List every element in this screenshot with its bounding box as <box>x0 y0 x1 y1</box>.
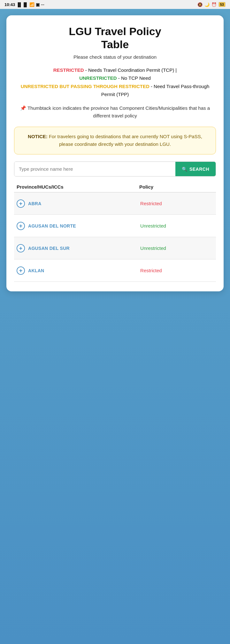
notice-text: For travelers going to destinations that… <box>48 134 202 147</box>
expand-button[interactable]: + <box>17 244 25 252</box>
battery-badge: 53 <box>218 2 226 7</box>
legend-block: RESTRICTED - Needs Travel Coordination P… <box>14 66 216 99</box>
status-bar: 10:43 ▐▌▐▌ 📶 ▣ ··· 🔕 🌙 ⏰ 53 <box>0 0 230 9</box>
mute-icon: 🔕 <box>197 2 203 7</box>
col-header-province: Province/HUCs/ICCs <box>14 184 139 190</box>
table-row: + ABRA Restricted <box>14 192 216 215</box>
province-name: AKLAN <box>28 268 44 273</box>
expand-button[interactable]: + <box>17 199 25 208</box>
province-table: Province/HUCs/ICCs Policy + ABRA Restric… <box>14 184 216 282</box>
search-row: 🔍 SEARCH <box>14 161 216 176</box>
unrestricted-desc: - No TCP Need <box>117 75 151 81</box>
notification-icon: ▣ <box>36 2 40 7</box>
more-icon: ··· <box>41 2 44 7</box>
alarm-icon: ⏰ <box>211 2 217 7</box>
search-button[interactable]: 🔍 SEARCH <box>175 162 216 176</box>
time-display: 10:43 <box>4 2 15 7</box>
col-header-policy: Policy <box>139 184 216 190</box>
policy-cell: Restricted <box>140 264 216 277</box>
policy-cell: Unrestricted <box>140 219 216 232</box>
search-button-label: SEARCH <box>189 167 209 172</box>
page-subtitle: Please check status of your destination <box>14 54 216 60</box>
province-name: AGUSAN DEL NORTE <box>28 223 76 228</box>
table-body: + ABRA Restricted + AGUSAN DEL NORTE Unr… <box>14 192 216 282</box>
restricted-desc: - Needs Travel Coordination Permit (TCP)… <box>84 67 177 73</box>
policy-cell: Restricted <box>140 197 216 210</box>
status-right: 🔕 🌙 ⏰ 53 <box>197 2 226 7</box>
table-row: + AGUSAN DEL SUR Unrestricted <box>14 237 216 259</box>
thumbtack-note: 📌 Thumbtack icon indicates the province … <box>14 104 216 120</box>
through-label: UNRESTRICTED BUT PASSING THROUGH RESTRIC… <box>21 84 150 89</box>
table-header: Province/HUCs/ICCs Policy <box>14 184 216 192</box>
notice-box: NOTICE: For travelers going to destinati… <box>14 127 216 155</box>
main-card: LGU Travel PolicyTable Please check stat… <box>6 15 224 291</box>
restricted-label: RESTRICTED <box>53 67 84 73</box>
expand-button[interactable]: + <box>17 266 25 275</box>
moon-icon: 🌙 <box>204 2 210 7</box>
unrestricted-label: UNRESTRICTED <box>79 75 117 81</box>
province-name: ABRA <box>28 201 42 206</box>
notice-label: NOTICE: <box>28 134 48 139</box>
expand-button[interactable]: + <box>17 222 25 230</box>
row-province-cell: + AGUSAN DEL SUR <box>14 240 140 256</box>
policy-cell: Unrestricted <box>140 242 216 255</box>
table-row: + AGUSAN DEL NORTE Unrestricted <box>14 215 216 237</box>
row-province-cell: + ABRA <box>14 196 140 212</box>
table-row: + AKLAN Restricted <box>14 259 216 282</box>
search-input[interactable] <box>14 162 175 176</box>
row-province-cell: + AGUSAN DEL NORTE <box>14 218 140 234</box>
wifi-icon: 📶 <box>29 2 34 7</box>
search-icon: 🔍 <box>182 167 188 172</box>
status-left: 10:43 ▐▌▐▌ 📶 ▣ ··· <box>4 2 44 7</box>
signal-icon: ▐▌▐▌ <box>16 2 28 7</box>
province-name: AGUSAN DEL SUR <box>28 246 70 251</box>
page-title: LGU Travel PolicyTable <box>14 25 216 51</box>
row-province-cell: + AKLAN <box>14 263 140 279</box>
